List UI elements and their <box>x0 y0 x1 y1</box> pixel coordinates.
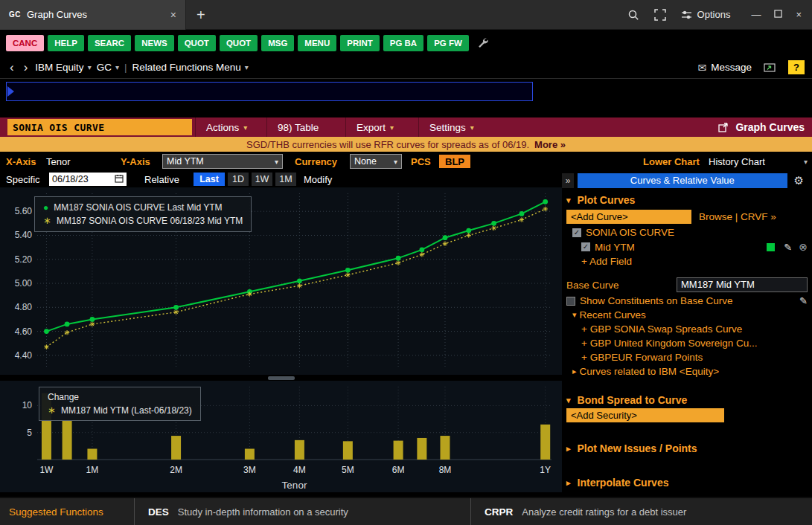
minimize-button[interactable]: — <box>751 9 761 20</box>
back-arrow[interactable]: ‹ <box>7 61 16 74</box>
edit-pencil-icon[interactable]: ✎ <box>799 295 808 306</box>
remove-field-icon[interactable]: ⊗ <box>799 241 808 253</box>
y-axis-label: Y-Axis <box>121 152 150 171</box>
chart-legend[interactable]: ●MM187 SONIA OIS CURVE Last Mid YTM ∗MM1… <box>34 196 252 232</box>
export-screen-icon[interactable] <box>764 62 776 73</box>
new-tab-button[interactable]: + <box>196 7 205 22</box>
svg-text:8M: 8M <box>439 465 452 475</box>
search-key[interactable]: SEARC <box>88 35 131 51</box>
bond-spread-header[interactable]: ▾ Bond Spread to Curve <box>562 392 812 408</box>
maximize-button[interactable] <box>774 9 782 20</box>
show-constituents-checkbox[interactable] <box>566 297 575 306</box>
suggested-function-des[interactable]: DES Study in-depth information on a secu… <box>134 498 470 525</box>
legend-entry: ∗MM187 SONIA OIS CURVE 06/18/23 Mid YTM <box>43 214 243 228</box>
function-selector[interactable]: GC ▾ <box>97 62 119 73</box>
add-curve-button[interactable]: <Add Curve> <box>566 210 691 224</box>
recent-curve-item[interactable]: + GBP SONIA Swap Spreads Curve <box>562 322 812 336</box>
panel-collapse-button[interactable]: » <box>562 173 574 188</box>
help-button[interactable]: ? <box>788 60 805 74</box>
plot-new-issues-header[interactable]: ▸ Plot New Issues / Points <box>562 440 812 457</box>
recent-curves-header[interactable]: ▾ Recent Curves <box>562 308 812 322</box>
field-name[interactable]: Mid YTM <box>595 242 635 253</box>
security-selector[interactable]: IBM Equity ▾ <box>35 62 91 73</box>
curve-title-field[interactable]: SONIA OIS CURVE <box>7 119 192 135</box>
message-button[interactable]: ✉ Message <box>697 62 752 74</box>
x-axis-value[interactable]: Tenor <box>46 152 71 171</box>
recent-curve-item[interactable]: + GBP United Kingdom Sovereign Cu... <box>562 336 812 350</box>
print-key[interactable]: PRINT <box>340 35 380 51</box>
notice-more-link[interactable]: More » <box>534 139 566 150</box>
legend-star-marker-icon: ∗ <box>48 405 56 416</box>
lower-chart-legend-title: Change <box>48 390 192 404</box>
wrench-icon[interactable] <box>477 37 489 49</box>
add-field-button[interactable]: + Add Field <box>581 256 632 267</box>
change-bar-chart[interactable]: 1W1M2M3M4M5M6M8M1Y510Tenor Change ∗MM187… <box>0 381 562 492</box>
period-1w[interactable]: 1W <box>252 173 272 186</box>
export-menu[interactable]: Export ▾ <box>345 117 404 137</box>
page-forward-key[interactable]: PG FW <box>427 35 469 51</box>
panel-title[interactable]: Curves & Relative Value <box>578 173 787 188</box>
currency-value: None <box>354 156 377 167</box>
date-input[interactable]: 06/18/23 <box>49 173 127 186</box>
legend-entry: ●MM187 SONIA OIS CURVE Last Mid YTM <box>43 201 243 214</box>
calendar-icon[interactable] <box>115 174 124 185</box>
relative-label: Relative <box>144 171 179 187</box>
related-curves-row[interactable]: ▸ Curves related to IBM <Equity> <box>562 364 812 379</box>
forward-arrow[interactable]: › <box>22 61 31 74</box>
news-key[interactable]: NEWS <box>135 35 174 51</box>
browse-crvf-link[interactable]: Browse | CRVF » <box>699 211 776 222</box>
options-label: Options <box>697 9 731 20</box>
actions-menu[interactable]: Actions ▾ <box>195 117 258 137</box>
recent-curve-item[interactable]: + GBPEUR Forward Points <box>562 350 812 364</box>
sliders-icon <box>681 10 692 20</box>
y-axis-dropdown[interactable]: Mid YTM ▾ <box>162 154 283 169</box>
settings-menu[interactable]: Settings ▾ <box>418 117 485 137</box>
spacer <box>0 104 812 117</box>
close-button[interactable]: × <box>796 9 802 20</box>
table-menu[interactable]: 98) Table <box>266 117 329 137</box>
base-curve-input[interactable]: MM187 Mid YTM <box>677 277 808 292</box>
notice-bar: SGD/THB currencies will use RFR curves f… <box>0 137 812 152</box>
quote-key-2[interactable]: QUOT <box>220 35 258 51</box>
currency-dropdown[interactable]: None ▾ <box>350 154 402 169</box>
related-functions-menu[interactable]: Related Functions Menu ▾ <box>132 62 248 73</box>
plot-curves-header[interactable]: ▾ Plot Curves <box>562 192 812 208</box>
interpolate-header[interactable]: ▸ Interpolate Curves <box>562 474 812 491</box>
show-constituents-label[interactable]: Show Constituents on Base Curve <box>580 295 733 306</box>
modify-link[interactable]: Modify <box>304 171 332 187</box>
period-last[interactable]: Last <box>194 173 225 186</box>
message-key[interactable]: MSG <box>261 35 294 51</box>
lower-chart-dropdown[interactable]: History Chart ▾ <box>709 152 812 171</box>
menu-key[interactable]: MENU <box>298 35 336 51</box>
fullscreen-icon[interactable] <box>654 9 666 21</box>
blp-toggle[interactable]: BLP <box>439 155 470 168</box>
page-back-key[interactable]: PG BA <box>383 35 423 51</box>
chart-splitter[interactable] <box>0 375 562 381</box>
command-line[interactable] <box>6 82 533 101</box>
envelope-icon: ✉ <box>697 62 706 74</box>
curve-checkbox[interactable]: ✓ <box>572 228 581 237</box>
period-1d[interactable]: 1D <box>228 173 249 186</box>
options-menu[interactable]: Options <box>681 9 731 20</box>
command-input[interactable] <box>14 83 532 100</box>
cancel-key[interactable]: CANC <box>6 35 44 51</box>
search-icon[interactable] <box>627 9 639 21</box>
add-field-row: + Add Field <box>562 254 812 268</box>
gear-icon[interactable]: ⚙ <box>787 174 811 187</box>
tab-close-icon[interactable]: × <box>170 9 176 21</box>
tab-graph-curves[interactable]: GC Graph Curves × <box>0 0 186 30</box>
add-security-button[interactable]: <Add Security> <box>566 408 724 422</box>
curve-chart[interactable]: 4.404.604.805.005.205.405.60 ●MM187 SONI… <box>0 187 562 375</box>
help-key[interactable]: HELP <box>48 35 84 51</box>
field-checkbox[interactable]: ✓ <box>581 242 590 251</box>
edit-pencil-icon[interactable]: ✎ <box>784 242 792 253</box>
quote-key-1[interactable]: QUOT <box>178 35 216 51</box>
period-1m[interactable]: 1M <box>275 173 296 186</box>
app-title[interactable]: Graph Curves <box>717 117 805 137</box>
pcs-toggle[interactable]: PCS <box>411 152 431 171</box>
curve-name[interactable]: SONIA OIS CURVE <box>586 227 674 238</box>
series-color-swatch[interactable] <box>767 243 775 251</box>
plot-curves-label: Plot Curves <box>578 194 636 206</box>
splitter-handle[interactable] <box>268 376 295 380</box>
suggested-function-crpr[interactable]: CRPR Analyze credit ratings for a debt i… <box>470 498 812 525</box>
